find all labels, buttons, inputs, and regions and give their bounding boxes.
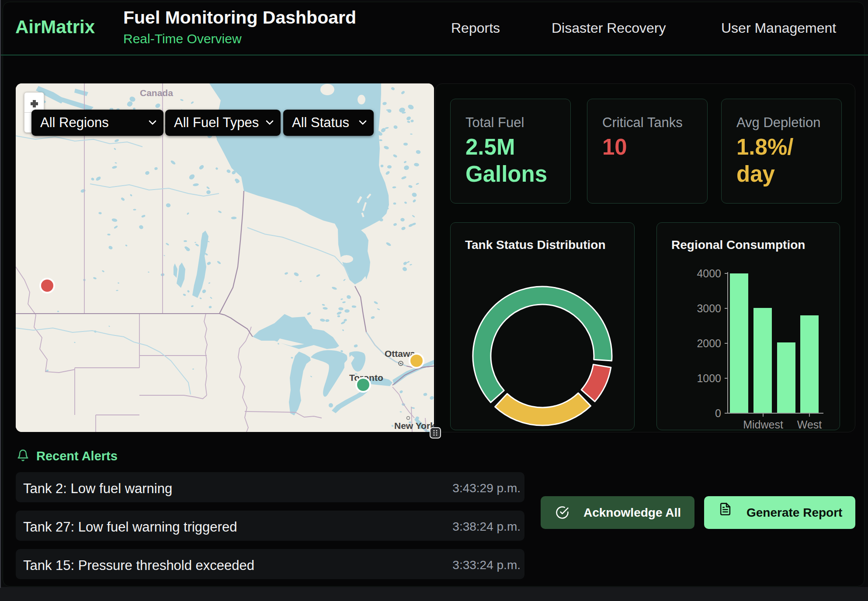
svg-text:1000: 1000	[697, 372, 721, 384]
svg-text:3000: 3000	[697, 302, 721, 314]
svg-text:West: West	[797, 418, 822, 430]
svg-text:2000: 2000	[697, 337, 721, 349]
svg-text:Midwest: Midwest	[743, 418, 783, 430]
svg-text:Canada: Canada	[140, 88, 173, 98]
svg-text:4000: 4000	[697, 267, 721, 280]
svg-text:0: 0	[715, 407, 721, 419]
svg-text:New York: New York	[394, 421, 434, 431]
